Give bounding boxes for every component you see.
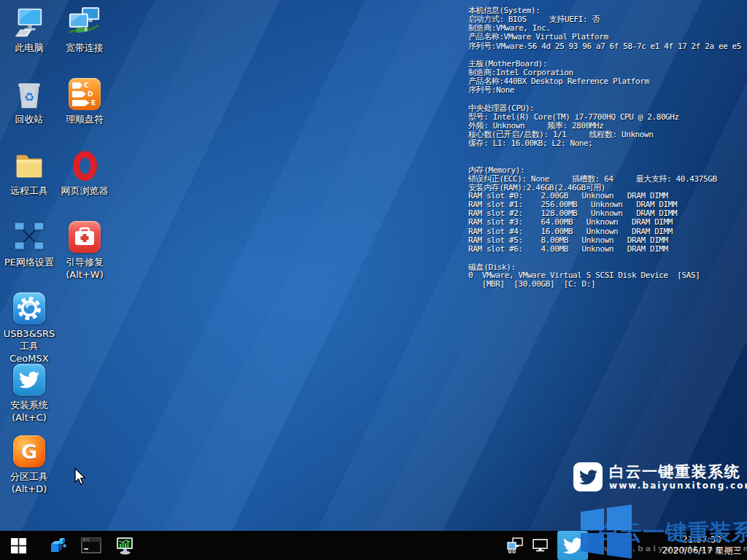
system-info-line: 磁盘(Disk):: [468, 262, 747, 271]
system-info-line: 0 VMware, VMware Virtual S SCSI Disk Dev…: [468, 271, 747, 279]
desktop-icon-this-pc[interactable]: 此电脑: [1, 6, 57, 54]
desktop-icon-label: 理顺盘符: [57, 113, 112, 125]
cmd-title-text: C:\: [83, 538, 90, 542]
svg-text:♻: ♻: [24, 90, 35, 104]
system-info-line: RAM slot #4: 16.00MB Unknown DRAM DIMM: [468, 227, 747, 236]
twitter-bird-icon: [12, 363, 46, 397]
desktop-icon-pe-network-settings[interactable]: PE网络设置: [1, 220, 57, 268]
taskbar: C:\: [0, 531, 747, 560]
windows-logo-icon: [11, 538, 26, 553]
system-tray: 21:57:30 2020/06/17 星期三: [506, 531, 747, 560]
broadband-connection-icon: [68, 6, 101, 39]
desktop-icon-install-system[interactable]: 安装系统 (Alt+C): [1, 363, 57, 424]
twitter-bird-box-icon: [573, 462, 603, 491]
desktop-icon-partition-tool[interactable]: G 分区工具 (Alt+D): [1, 435, 57, 495]
system-info-line: RAM slot #2: 128.00MB Unknown DRAM DIMM: [468, 209, 747, 217]
system-info-line: 内存(Memory):: [468, 165, 747, 174]
system-info-line: 产品名称:440BX Desktop Reference Platform: [468, 76, 747, 85]
clock-time: 21:57:30: [661, 534, 743, 545]
system-info-line: [468, 155, 747, 164]
mouse-cursor: [74, 467, 87, 486]
tray-display-icon[interactable]: [532, 537, 549, 554]
diskgenius-icon: G: [12, 435, 46, 468]
twitter-bird-icon: [563, 536, 583, 556]
tray-twitter-app[interactable]: [557, 531, 588, 560]
desktop-icon-drive-letter-tool[interactable]: C D E 理顺盘符: [57, 77, 112, 125]
blue-cubes-icon: [48, 536, 67, 555]
drive-letter: E: [91, 100, 96, 106]
opera-browser-icon: [68, 149, 101, 182]
system-info-line: RAM slot #5: 8.00MB Unknown DRAM DIMM: [468, 236, 747, 244]
system-info-line: [MBR] [30.00GB] [C: D:]: [468, 279, 747, 288]
this-pc-icon: [12, 6, 46, 39]
desktop-icon-label: PE网络设置: [1, 256, 57, 268]
desktop: 本机信息(System): 启动方式: BIOS 支持UEFI: 否 制造商:V…: [0, 0, 747, 560]
system-info-line: 制造商:VMware, Inc.: [468, 23, 747, 31]
system-info-line: 序列号:None: [468, 85, 747, 93]
desktop-icon-label: 安装系统: [1, 399, 57, 411]
system-info-line: 主板(MotherBoard):: [468, 58, 747, 67]
system-info-line: RAM slot #0: 2.00GB Unknown DRAM DIMM: [468, 191, 747, 200]
folder-icon: [12, 149, 46, 182]
system-info-line: 型号: Intel(R) Core(TM) i7-7700HQ CPU @ 2.…: [468, 112, 747, 120]
recycle-bin-icon: ♻: [12, 77, 46, 111]
desktop-icon-sublabel: (Alt+C): [1, 411, 57, 424]
taskbar-item-pecmd[interactable]: [41, 531, 74, 560]
system-info-line: 本机信息(System):: [468, 5, 747, 14]
desktop-icon-label: 回收站: [1, 113, 57, 125]
desktop-icon-label: 远程工具: [1, 184, 57, 197]
network-settings-icon: [12, 220, 46, 254]
brand-title: 白云一键重装系统: [609, 463, 747, 481]
desktop-icon-web-browser[interactable]: 网页浏览器: [57, 149, 112, 197]
desktop-icon-sublabel: (Alt+W): [57, 268, 112, 281]
taskbar-clock[interactable]: 21:57:30 2020/06/17 星期三: [661, 534, 743, 556]
system-info-line: 错误纠正(ECC): None 插槽数: 64 最大支持: 40.4375GB: [468, 174, 747, 182]
system-info-line: 核心数(已开启/总数): 1/1 线程数: Unknown: [468, 129, 747, 138]
desktop-icon-boot-repair[interactable]: 引导修复 (Alt+W): [57, 220, 112, 281]
brand-url: www.baiyunxitong.com: [609, 481, 747, 491]
system-info-line: 中央处理器(CPU):: [468, 103, 747, 112]
system-info-line: RAM slot #1: 256.00MB Unknown DRAM DIMM: [468, 200, 747, 209]
desktop-icon-recycle-bin[interactable]: ♻ 回收站: [1, 77, 57, 125]
system-info-line: [468, 253, 747, 262]
clock-date: 2020/06/17 星期三: [661, 545, 743, 556]
tray-network-icon[interactable]: [506, 537, 524, 554]
brand-logo: 白云一键重装系统 www.baiyunxitong.com: [573, 462, 747, 491]
desktop-icon-sublabel: (Alt+D): [1, 483, 57, 495]
system-info-line: [468, 93, 747, 102]
start-button[interactable]: [1, 531, 35, 560]
desktop-icon-label: 引导修复: [57, 256, 112, 268]
system-info-line: RAM slot #6: 4.00MB Unknown DRAM DIMM: [468, 244, 747, 253]
system-info-line: RAM slot #3: 64.00MB Unknown DRAM DIMM: [468, 217, 747, 226]
desktop-icon-sublabel: 工具CeoMSX: [1, 340, 57, 365]
desktop-icon-label: USB3&SRS: [1, 327, 57, 340]
system-info-line: 产品名称:VMware Virtual Platform: [468, 31, 747, 40]
desktop-icon-remote-tools[interactable]: 远程工具: [1, 149, 57, 197]
command-prompt-icon: C:\: [81, 537, 101, 554]
boot-repair-icon: [68, 220, 101, 254]
system-info-panel: 本机信息(System): 启动方式: BIOS 支持UEFI: 否 制造商:V…: [468, 5, 747, 289]
desktop-icon-usb3-srs-tool[interactable]: USB3&SRS 工具CeoMSX: [1, 292, 57, 365]
taskbar-item-task-manager[interactable]: [108, 531, 142, 560]
system-info-line: 启动方式: BIOS 支持UEFI: 否: [468, 14, 747, 23]
system-info-line: 制造商:Intel Corporation: [468, 67, 747, 76]
gear-swirl-icon: [12, 292, 46, 325]
desktop-icon-label: 分区工具: [1, 470, 57, 483]
desktop-icon-label: 此电脑: [1, 42, 57, 54]
system-info-line: 序列号:VMware-56 4d 25 93 96 a7 6f 58-7c e1…: [468, 41, 747, 50]
drive-letter: C: [84, 82, 89, 89]
taskbar-item-cmd[interactable]: C:\: [74, 531, 108, 560]
partition-icon-letter: G: [21, 440, 37, 463]
desktop-icon-label: 宽带连接: [57, 42, 112, 54]
desktop-icon-broadband[interactable]: 宽带连接: [57, 6, 112, 54]
system-info-line: [468, 147, 747, 155]
task-manager-icon: [115, 536, 135, 556]
drive-letter: D: [88, 91, 93, 98]
drive-letter-tool-icon: C D E: [68, 77, 101, 111]
desktop-icon-label: 网页浏览器: [57, 184, 112, 197]
